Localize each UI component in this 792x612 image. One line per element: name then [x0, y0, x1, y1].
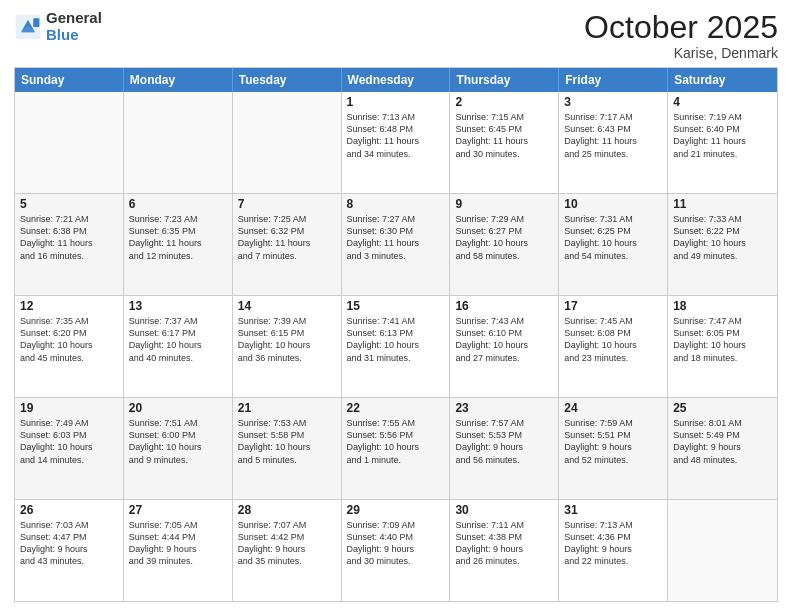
logo-text: General Blue — [46, 10, 102, 43]
calendar-cell-w1d1: 6Sunrise: 7:23 AM Sunset: 6:35 PM Daylig… — [124, 194, 233, 295]
day-number: 21 — [238, 401, 336, 415]
day-number: 1 — [347, 95, 445, 109]
calendar: SundayMondayTuesdayWednesdayThursdayFrid… — [14, 67, 778, 602]
day-number: 6 — [129, 197, 227, 211]
day-number: 20 — [129, 401, 227, 415]
cell-text: Sunrise: 7:29 AM Sunset: 6:27 PM Dayligh… — [455, 213, 553, 262]
day-number: 29 — [347, 503, 445, 517]
cell-text: Sunrise: 7:33 AM Sunset: 6:22 PM Dayligh… — [673, 213, 772, 262]
calendar-cell-w2d1: 13Sunrise: 7:37 AM Sunset: 6:17 PM Dayli… — [124, 296, 233, 397]
calendar-cell-w0d6: 4Sunrise: 7:19 AM Sunset: 6:40 PM Daylig… — [668, 92, 777, 193]
page: General Blue October 2025 Karise, Denmar… — [0, 0, 792, 612]
header-day-wednesday: Wednesday — [342, 68, 451, 92]
calendar-cell-w4d1: 27Sunrise: 7:05 AM Sunset: 4:44 PM Dayli… — [124, 500, 233, 601]
calendar-cell-w2d0: 12Sunrise: 7:35 AM Sunset: 6:20 PM Dayli… — [15, 296, 124, 397]
cell-text: Sunrise: 7:45 AM Sunset: 6:08 PM Dayligh… — [564, 315, 662, 364]
logo-icon — [14, 13, 42, 41]
cell-text: Sunrise: 7:41 AM Sunset: 6:13 PM Dayligh… — [347, 315, 445, 364]
calendar-row-0: 1Sunrise: 7:13 AM Sunset: 6:48 PM Daylig… — [15, 92, 777, 193]
cell-text: Sunrise: 7:17 AM Sunset: 6:43 PM Dayligh… — [564, 111, 662, 160]
day-number: 23 — [455, 401, 553, 415]
day-number: 27 — [129, 503, 227, 517]
logo-general: General — [46, 10, 102, 27]
calendar-cell-w4d6 — [668, 500, 777, 601]
day-number: 25 — [673, 401, 772, 415]
cell-text: Sunrise: 7:27 AM Sunset: 6:30 PM Dayligh… — [347, 213, 445, 262]
day-number: 22 — [347, 401, 445, 415]
logo: General Blue — [14, 10, 102, 43]
cell-text: Sunrise: 8:01 AM Sunset: 5:49 PM Dayligh… — [673, 417, 772, 466]
calendar-cell-w3d2: 21Sunrise: 7:53 AM Sunset: 5:58 PM Dayli… — [233, 398, 342, 499]
calendar-cell-w2d6: 18Sunrise: 7:47 AM Sunset: 6:05 PM Dayli… — [668, 296, 777, 397]
cell-text: Sunrise: 7:13 AM Sunset: 4:36 PM Dayligh… — [564, 519, 662, 568]
title-block: October 2025 Karise, Denmark — [584, 10, 778, 61]
cell-text: Sunrise: 7:55 AM Sunset: 5:56 PM Dayligh… — [347, 417, 445, 466]
cell-text: Sunrise: 7:47 AM Sunset: 6:05 PM Dayligh… — [673, 315, 772, 364]
day-number: 17 — [564, 299, 662, 313]
day-number: 9 — [455, 197, 553, 211]
calendar-cell-w1d0: 5Sunrise: 7:21 AM Sunset: 6:38 PM Daylig… — [15, 194, 124, 295]
cell-text: Sunrise: 7:03 AM Sunset: 4:47 PM Dayligh… — [20, 519, 118, 568]
cell-text: Sunrise: 7:05 AM Sunset: 4:44 PM Dayligh… — [129, 519, 227, 568]
calendar-cell-w1d3: 8Sunrise: 7:27 AM Sunset: 6:30 PM Daylig… — [342, 194, 451, 295]
calendar-cell-w0d5: 3Sunrise: 7:17 AM Sunset: 6:43 PM Daylig… — [559, 92, 668, 193]
cell-text: Sunrise: 7:13 AM Sunset: 6:48 PM Dayligh… — [347, 111, 445, 160]
calendar-cell-w1d6: 11Sunrise: 7:33 AM Sunset: 6:22 PM Dayli… — [668, 194, 777, 295]
calendar-cell-w3d5: 24Sunrise: 7:59 AM Sunset: 5:51 PM Dayli… — [559, 398, 668, 499]
cell-text: Sunrise: 7:37 AM Sunset: 6:17 PM Dayligh… — [129, 315, 227, 364]
calendar-cell-w0d2 — [233, 92, 342, 193]
cell-text: Sunrise: 7:53 AM Sunset: 5:58 PM Dayligh… — [238, 417, 336, 466]
cell-text: Sunrise: 7:35 AM Sunset: 6:20 PM Dayligh… — [20, 315, 118, 364]
calendar-cell-w1d4: 9Sunrise: 7:29 AM Sunset: 6:27 PM Daylig… — [450, 194, 559, 295]
calendar-cell-w0d4: 2Sunrise: 7:15 AM Sunset: 6:45 PM Daylig… — [450, 92, 559, 193]
day-number: 28 — [238, 503, 336, 517]
location: Karise, Denmark — [584, 45, 778, 61]
cell-text: Sunrise: 7:43 AM Sunset: 6:10 PM Dayligh… — [455, 315, 553, 364]
cell-text: Sunrise: 7:21 AM Sunset: 6:38 PM Dayligh… — [20, 213, 118, 262]
calendar-header: SundayMondayTuesdayWednesdayThursdayFrid… — [15, 68, 777, 92]
month-title: October 2025 — [584, 10, 778, 45]
calendar-body: 1Sunrise: 7:13 AM Sunset: 6:48 PM Daylig… — [15, 92, 777, 601]
calendar-cell-w1d5: 10Sunrise: 7:31 AM Sunset: 6:25 PM Dayli… — [559, 194, 668, 295]
calendar-row-1: 5Sunrise: 7:21 AM Sunset: 6:38 PM Daylig… — [15, 193, 777, 295]
day-number: 3 — [564, 95, 662, 109]
day-number: 11 — [673, 197, 772, 211]
calendar-cell-w4d3: 29Sunrise: 7:09 AM Sunset: 4:40 PM Dayli… — [342, 500, 451, 601]
calendar-cell-w3d6: 25Sunrise: 8:01 AM Sunset: 5:49 PM Dayli… — [668, 398, 777, 499]
day-number: 24 — [564, 401, 662, 415]
calendar-cell-w0d0 — [15, 92, 124, 193]
day-number: 5 — [20, 197, 118, 211]
day-number: 10 — [564, 197, 662, 211]
cell-text: Sunrise: 7:39 AM Sunset: 6:15 PM Dayligh… — [238, 315, 336, 364]
calendar-cell-w0d1 — [124, 92, 233, 193]
day-number: 13 — [129, 299, 227, 313]
calendar-cell-w2d3: 15Sunrise: 7:41 AM Sunset: 6:13 PM Dayli… — [342, 296, 451, 397]
logo-blue: Blue — [46, 27, 102, 44]
calendar-cell-w2d2: 14Sunrise: 7:39 AM Sunset: 6:15 PM Dayli… — [233, 296, 342, 397]
cell-text: Sunrise: 7:09 AM Sunset: 4:40 PM Dayligh… — [347, 519, 445, 568]
cell-text: Sunrise: 7:31 AM Sunset: 6:25 PM Dayligh… — [564, 213, 662, 262]
day-number: 30 — [455, 503, 553, 517]
cell-text: Sunrise: 7:49 AM Sunset: 6:03 PM Dayligh… — [20, 417, 118, 466]
calendar-cell-w2d5: 17Sunrise: 7:45 AM Sunset: 6:08 PM Dayli… — [559, 296, 668, 397]
day-number: 19 — [20, 401, 118, 415]
calendar-cell-w4d4: 30Sunrise: 7:11 AM Sunset: 4:38 PM Dayli… — [450, 500, 559, 601]
cell-text: Sunrise: 7:15 AM Sunset: 6:45 PM Dayligh… — [455, 111, 553, 160]
cell-text: Sunrise: 7:25 AM Sunset: 6:32 PM Dayligh… — [238, 213, 336, 262]
header-day-sunday: Sunday — [15, 68, 124, 92]
day-number: 31 — [564, 503, 662, 517]
calendar-cell-w0d3: 1Sunrise: 7:13 AM Sunset: 6:48 PM Daylig… — [342, 92, 451, 193]
calendar-cell-w3d4: 23Sunrise: 7:57 AM Sunset: 5:53 PM Dayli… — [450, 398, 559, 499]
svg-rect-3 — [33, 18, 39, 27]
calendar-cell-w4d5: 31Sunrise: 7:13 AM Sunset: 4:36 PM Dayli… — [559, 500, 668, 601]
cell-text: Sunrise: 7:19 AM Sunset: 6:40 PM Dayligh… — [673, 111, 772, 160]
day-number: 14 — [238, 299, 336, 313]
calendar-row-2: 12Sunrise: 7:35 AM Sunset: 6:20 PM Dayli… — [15, 295, 777, 397]
calendar-cell-w1d2: 7Sunrise: 7:25 AM Sunset: 6:32 PM Daylig… — [233, 194, 342, 295]
day-number: 7 — [238, 197, 336, 211]
cell-text: Sunrise: 7:57 AM Sunset: 5:53 PM Dayligh… — [455, 417, 553, 466]
cell-text: Sunrise: 7:07 AM Sunset: 4:42 PM Dayligh… — [238, 519, 336, 568]
day-number: 4 — [673, 95, 772, 109]
day-number: 16 — [455, 299, 553, 313]
cell-text: Sunrise: 7:59 AM Sunset: 5:51 PM Dayligh… — [564, 417, 662, 466]
